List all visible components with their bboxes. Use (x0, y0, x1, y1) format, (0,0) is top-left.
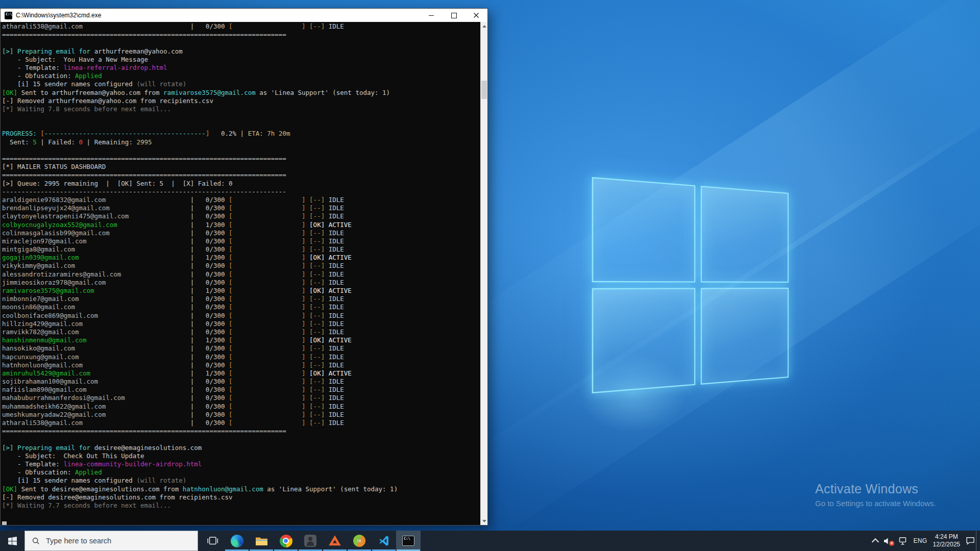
task-view-button[interactable] (200, 531, 225, 551)
terminal-line: ========================================… (2, 155, 480, 163)
vscode-icon (378, 535, 390, 547)
taskbar-item-vscode[interactable] (372, 531, 396, 551)
terminal-line: colbyocnugalyzoax552@gmail.com | 1/300 [… (2, 221, 480, 229)
watermark-title: Activate Windows (815, 482, 936, 496)
taskbar-item-dark-privacy-app[interactable] (298, 531, 323, 551)
ix-app-label: IX (357, 538, 362, 543)
taskbar-item-orange-triangle-app[interactable] (323, 531, 347, 551)
terminal-line: - Subject: Check Out This Update (2, 452, 480, 460)
terminal-line: - Template: linea-referral-airdrop.html (2, 64, 480, 72)
taskbar-item-file-explorer[interactable] (249, 531, 274, 551)
terminal-line: [>] Queue: 2995 remaining | [OK] Sent: 5… (2, 180, 480, 188)
cmd-taskbar-icon: C:\ (402, 536, 414, 546)
terminal-line: moonsin86@gmail.com | 0/300 [ ] [--] IDL… (2, 303, 480, 311)
terminal-line: hapcunxung@gmail.com | 0/300 [ ] [--] ID… (2, 353, 480, 361)
scroll-down-icon (482, 520, 486, 522)
clock-date: 12/2/2025 (933, 541, 960, 548)
taskbar-item-edge[interactable] (225, 531, 249, 551)
terminal-line: umeshkumaryadaw22@gmail.com | 0/300 [ ] … (2, 411, 480, 419)
windows-logo (592, 177, 789, 393)
clock[interactable]: 4:24 PM 12/2/2025 (933, 533, 960, 548)
mute-badge-icon (889, 541, 894, 546)
terminal-cursor (2, 521, 7, 525)
scroll-up-button[interactable] (481, 22, 487, 30)
scrollbar-thumb[interactable] (481, 81, 487, 99)
scrollbar[interactable] (480, 22, 487, 525)
action-center-button[interactable] (966, 537, 975, 545)
chrome-icon (280, 535, 292, 547)
terminal-line: hatnhonluon@gmail.com | 0/300 [ ] [--] I… (2, 361, 480, 369)
terminal-line (2, 39, 480, 47)
terminal-line: - Template: linea-community-builder-aird… (2, 460, 480, 468)
terminal-line: mahabuburrahmanferdosi@gmail.com | 0/300… (2, 394, 480, 402)
task-view-icon (207, 536, 218, 545)
terminal-line: [-] Removed desiree@emaginesolutions.com… (2, 493, 480, 502)
title-bar[interactable]: C:\ C:\Windows\system32\cmd.exe (1, 9, 487, 22)
close-button[interactable] (465, 9, 487, 22)
terminal-line: [-] Removed arthurfreeman@yahoo.com from… (2, 97, 480, 105)
terminal-line: - Obfuscation: Applied (2, 72, 480, 80)
terminal-line: ========================================… (2, 427, 480, 435)
search-input[interactable]: Type here to search (24, 531, 198, 551)
taskbar-item-ix-app[interactable]: IX (347, 531, 372, 551)
terminal-line: brendanlipseyujx24@gmail.com | 0/300 [ ]… (2, 204, 480, 212)
terminal-line: ramvikk782@gmail.com | 0/300 [ ] [--] ID… (2, 328, 480, 336)
scroll-up-icon (482, 25, 486, 28)
windows-start-icon (8, 537, 17, 545)
terminal-line: [*] MAILER STATUS DASHBOARD (2, 163, 480, 171)
terminal-line: [*] Waiting 7.8 seconds before next emai… (2, 105, 480, 113)
terminal-line: [OK] Sent to arthurfreeman@yahoo.com fro… (2, 89, 480, 97)
maximize-icon (451, 13, 457, 18)
file-explorer-icon (255, 536, 268, 546)
start-button[interactable] (0, 531, 24, 551)
scroll-down-button[interactable] (481, 517, 487, 524)
terminal-line: muhammadsheikh622@gmail.com | 0/300 [ ] … (2, 403, 480, 411)
language-indicator[interactable]: ENG (913, 537, 927, 544)
orange-triangle-icon (329, 535, 341, 547)
terminal-line: Sent: 5 | Failed: 0 | Remaining: 2995 (2, 138, 480, 146)
terminal-line (2, 435, 480, 443)
terminal-line: aminruhul5429@gmail.com | 1/300 [ ] [OK]… (2, 369, 480, 378)
window-title: C:\Windows\system32\cmd.exe (16, 12, 101, 19)
terminal-line: - Subject: You Have a New Message (2, 56, 480, 64)
volume-button[interactable] (884, 537, 892, 545)
terminal-line: [OK] Sent to desiree@emaginesolutions.co… (2, 485, 480, 493)
terminal-line: nafiislam890@gmail.com | 0/300 [ ] [--] … (2, 386, 480, 394)
terminal-line: araldigenie976832@gmail.com | 0/300 [ ] … (2, 196, 480, 204)
cmd-window: C:\ C:\Windows\system32\cmd.exe atharali… (0, 8, 488, 525)
terminal-line: coolboniface869@gmail.com | 0/300 [ ] [-… (2, 312, 480, 320)
network-button[interactable] (898, 537, 908, 545)
windows-logo-pane (592, 288, 696, 393)
taskbar: Type here to search (0, 531, 980, 551)
taskbar-item-chrome[interactable] (274, 531, 298, 551)
cmd-icon: C:\ (5, 12, 12, 19)
terminal-line: alessandrotizaramires@gmail.com | 0/300 … (2, 270, 480, 279)
terminal-line: - Obfuscation: Applied (2, 468, 480, 477)
terminal-line: claytonyelastrapenii475@gmail.com | 0/30… (2, 212, 480, 220)
terminal-line: sojibrahaman100@gmail.com | 0/300 [ ] [-… (2, 378, 480, 386)
minimize-button[interactable] (420, 9, 443, 22)
terminal-line: gogajin039@gmail.com | 1/300 [ ] [OK] AC… (2, 254, 480, 262)
taskbar-item-cmd-active[interactable]: C:\ (396, 531, 421, 551)
edge-icon (231, 535, 243, 547)
windows-logo-pane (701, 186, 789, 283)
hidden-icons-chevron[interactable] (873, 538, 878, 544)
terminal-line: colinmasgalasisb99@gmail.com | 0/300 [ ]… (2, 229, 480, 237)
dark-app-icon (304, 535, 316, 547)
terminal-line: ramivarose3575@gmail.com | 1/300 [ ] [OK… (2, 287, 480, 295)
terminal-line: [>] Preparing email for desiree@emagines… (2, 444, 480, 452)
terminal-line (2, 121, 480, 130)
close-icon (473, 12, 479, 18)
terminal-line: vikykimmy@gmail.com | 0/300 [ ] [--] IDL… (2, 262, 480, 270)
terminal-line (2, 113, 480, 121)
terminal-line: atharali538@gmail.com | 0/300 [ ] [--] I… (2, 22, 480, 31)
terminal-output[interactable]: atharali538@gmail.com | 0/300 [ ] [--] I… (1, 22, 480, 525)
terminal-line: ========================================… (2, 31, 480, 39)
minimize-icon (429, 15, 434, 16)
maximize-button[interactable] (443, 9, 465, 22)
terminal-line: jimmieosikoraz978@gmail.com | 0/300 [ ] … (2, 279, 480, 287)
terminal-line (2, 518, 480, 525)
show-desktop-button[interactable] (976, 531, 980, 551)
terminal-line: [i] 15 sender names configured (will rot… (2, 80, 480, 88)
terminal-line: hansokiko@gmail.com | 0/300 [ ] [--] IDL… (2, 344, 480, 353)
